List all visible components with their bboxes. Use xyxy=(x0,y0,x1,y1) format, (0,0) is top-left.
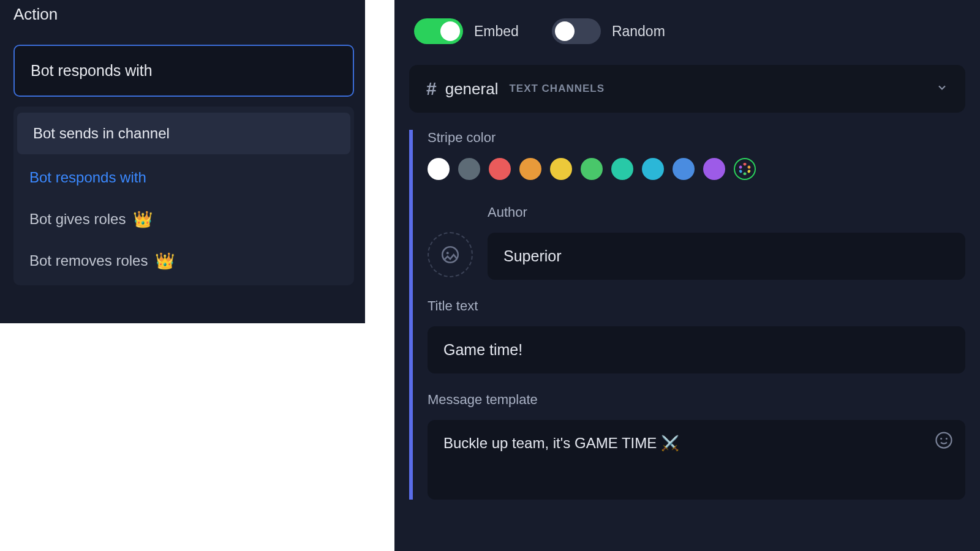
author-row: Author xyxy=(428,204,965,280)
color-swatch-grey[interactable] xyxy=(458,158,480,180)
chevron-down-icon xyxy=(936,81,948,96)
author-col: Author xyxy=(488,204,965,280)
stripe-color-section: Stripe color xyxy=(428,130,965,180)
embed-block: Stripe color xyxy=(409,130,965,500)
title-input[interactable] xyxy=(428,326,965,373)
color-swatch-blue[interactable] xyxy=(673,158,695,180)
title-section: Title text xyxy=(428,298,965,373)
action-option-gives-roles[interactable]: Bot gives roles 👑 xyxy=(13,198,354,240)
action-option-responds-with[interactable]: Bot responds with xyxy=(13,157,354,198)
embed-config-panel: Embed Random # general TEXT CHANNELS Str… xyxy=(394,0,980,551)
message-template-input[interactable]: Buckle up team, it's GAME TIME ⚔️ xyxy=(428,420,965,500)
color-picker-button[interactable] xyxy=(734,158,756,180)
option-label: Bot sends in channel xyxy=(33,125,170,142)
emoji-picker-button[interactable] xyxy=(935,431,953,453)
svg-point-2 xyxy=(937,433,952,448)
channel-category: TEXT CHANNELS xyxy=(509,83,605,95)
channel-select[interactable]: # general TEXT CHANNELS xyxy=(409,65,965,113)
color-swatch-cyan[interactable] xyxy=(642,158,664,180)
channel-name: general xyxy=(445,80,499,99)
random-toggle[interactable] xyxy=(552,18,601,44)
svg-point-3 xyxy=(940,438,942,440)
random-toggle-label: Random xyxy=(612,23,665,40)
option-label: Bot removes roles xyxy=(29,252,148,269)
action-heading: Action xyxy=(13,5,354,24)
embed-toggle-label: Embed xyxy=(474,23,519,40)
author-input[interactable] xyxy=(488,233,965,280)
option-label: Bot responds with xyxy=(29,169,146,186)
svg-point-4 xyxy=(946,438,948,440)
author-label: Author xyxy=(488,204,965,220)
action-option-sends-in-channel[interactable]: Bot sends in channel xyxy=(17,113,350,154)
hash-icon: # xyxy=(426,78,437,99)
random-toggle-group: Random xyxy=(552,18,665,44)
color-swatch-white[interactable] xyxy=(428,158,450,180)
color-swatch-teal[interactable] xyxy=(611,158,633,180)
color-swatch-yellow[interactable] xyxy=(550,158,572,180)
action-panel: Action Bot responds with Bot sends in ch… xyxy=(0,0,365,323)
embed-toggle[interactable] xyxy=(414,18,463,44)
message-label: Message template xyxy=(428,392,965,408)
message-text: Buckle up team, it's GAME TIME ⚔️ xyxy=(443,435,679,451)
color-swatch-orange[interactable] xyxy=(519,158,541,180)
title-label: Title text xyxy=(428,298,965,314)
color-row xyxy=(428,158,965,180)
action-dropdown: Bot sends in channel Bot responds with B… xyxy=(13,107,354,285)
toggle-row: Embed Random xyxy=(414,18,965,44)
option-label: Bot gives roles xyxy=(29,211,126,228)
action-option-removes-roles[interactable]: Bot removes roles 👑 xyxy=(13,240,354,282)
color-swatch-green[interactable] xyxy=(581,158,603,180)
svg-point-1 xyxy=(447,252,449,254)
premium-crown-icon: 👑 xyxy=(155,253,175,269)
premium-crown-icon: 👑 xyxy=(133,211,153,227)
color-swatch-purple[interactable] xyxy=(703,158,725,180)
action-select[interactable]: Bot responds with xyxy=(13,45,354,97)
color-swatch-red[interactable] xyxy=(489,158,511,180)
message-section: Message template Buckle up team, it's GA… xyxy=(428,392,965,500)
stripe-color-label: Stripe color xyxy=(428,130,965,146)
embed-toggle-group: Embed xyxy=(414,18,519,44)
author-avatar-upload[interactable] xyxy=(428,232,473,277)
